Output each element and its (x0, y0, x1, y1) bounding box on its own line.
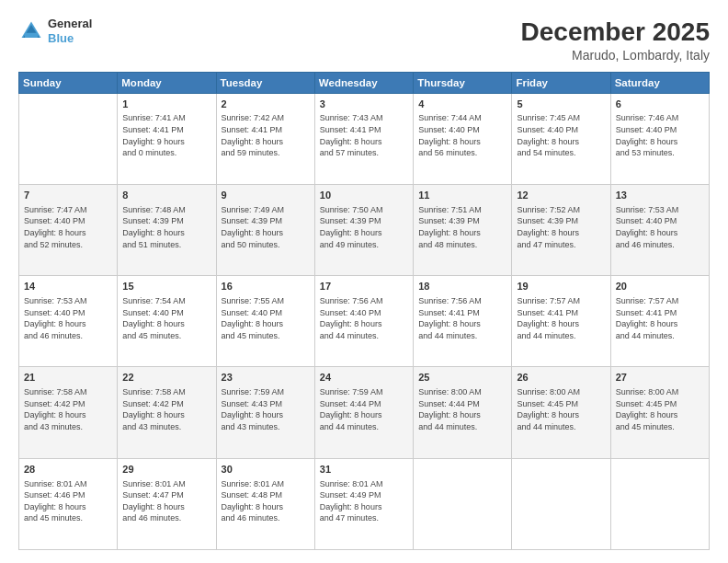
day-number: 18 (418, 280, 506, 293)
day-cell: 5Sunrise: 7:45 AMSunset: 4:40 PMDaylight… (512, 93, 610, 184)
day-info: Sunrise: 8:00 AMSunset: 4:44 PMDaylight:… (418, 386, 506, 432)
day-cell (512, 458, 610, 549)
day-cell (610, 458, 709, 549)
day-cell: 30Sunrise: 8:01 AMSunset: 4:48 PMDayligh… (216, 458, 314, 549)
day-number: 3 (320, 98, 408, 111)
day-info: Sunrise: 7:57 AMSunset: 4:41 PMDaylight:… (616, 295, 704, 341)
day-number: 11 (418, 189, 506, 202)
week-row-4: 21Sunrise: 7:58 AMSunset: 4:42 PMDayligh… (19, 367, 710, 458)
day-number: 4 (418, 98, 506, 111)
day-number: 31 (320, 463, 408, 477)
day-info: Sunrise: 7:56 AMSunset: 4:40 PMDaylight:… (320, 295, 408, 341)
day-cell: 2Sunrise: 7:42 AMSunset: 4:41 PMDaylight… (216, 93, 314, 184)
day-info: Sunrise: 8:01 AMSunset: 4:49 PMDaylight:… (320, 478, 408, 524)
header: General Blue December 2025 Marudo, Lomba… (18, 17, 710, 63)
day-number: 19 (517, 280, 605, 293)
day-info: Sunrise: 7:53 AMSunset: 4:40 PMDaylight:… (616, 204, 704, 250)
day-number: 14 (24, 280, 112, 293)
day-info: Sunrise: 7:58 AMSunset: 4:42 PMDaylight:… (24, 386, 112, 432)
day-number: 13 (616, 189, 704, 202)
day-number: 1 (122, 98, 210, 111)
day-number: 27 (616, 371, 704, 385)
day-info: Sunrise: 7:51 AMSunset: 4:39 PMDaylight:… (418, 204, 506, 250)
day-number: 26 (517, 371, 605, 385)
logo-line1: General (48, 17, 92, 31)
day-number: 29 (122, 463, 210, 477)
day-info: Sunrise: 7:43 AMSunset: 4:41 PMDaylight:… (320, 112, 408, 158)
day-info: Sunrise: 7:47 AMSunset: 4:40 PMDaylight:… (24, 204, 112, 250)
logo-text: General Blue (48, 17, 92, 45)
day-number: 2 (222, 98, 310, 111)
day-info: Sunrise: 7:53 AMSunset: 4:40 PMDaylight:… (24, 295, 112, 341)
day-cell: 21Sunrise: 7:58 AMSunset: 4:42 PMDayligh… (19, 367, 118, 458)
day-cell: 15Sunrise: 7:54 AMSunset: 4:40 PMDayligh… (118, 276, 216, 367)
day-info: Sunrise: 7:59 AMSunset: 4:44 PMDaylight:… (320, 386, 408, 432)
logo: General Blue (18, 17, 92, 45)
main-title: December 2025 (521, 17, 710, 48)
column-header-monday: Monday (118, 72, 216, 93)
day-info: Sunrise: 7:50 AMSunset: 4:39 PMDaylight:… (320, 204, 408, 250)
title-block: December 2025 Marudo, Lombardy, Italy (521, 17, 710, 63)
day-number: 21 (24, 371, 112, 385)
day-cell: 31Sunrise: 8:01 AMSunset: 4:49 PMDayligh… (314, 458, 413, 549)
day-cell: 22Sunrise: 7:58 AMSunset: 4:42 PMDayligh… (118, 367, 216, 458)
column-header-saturday: Saturday (610, 72, 709, 93)
logo-line2: Blue (48, 31, 92, 46)
column-header-thursday: Thursday (414, 72, 512, 93)
day-cell: 10Sunrise: 7:50 AMSunset: 4:39 PMDayligh… (314, 184, 413, 275)
day-number: 5 (517, 98, 605, 111)
day-number: 8 (122, 189, 210, 202)
subtitle: Marudo, Lombardy, Italy (521, 48, 710, 63)
day-cell: 16Sunrise: 7:55 AMSunset: 4:40 PMDayligh… (216, 276, 314, 367)
day-cell: 1Sunrise: 7:41 AMSunset: 4:41 PMDaylight… (118, 93, 216, 184)
day-cell: 9Sunrise: 7:49 AMSunset: 4:39 PMDaylight… (216, 184, 314, 275)
calendar-body: 1Sunrise: 7:41 AMSunset: 4:41 PMDaylight… (19, 93, 710, 549)
day-cell: 29Sunrise: 8:01 AMSunset: 4:47 PMDayligh… (118, 458, 216, 549)
day-info: Sunrise: 7:52 AMSunset: 4:39 PMDaylight:… (517, 204, 605, 250)
day-cell: 14Sunrise: 7:53 AMSunset: 4:40 PMDayligh… (19, 276, 118, 367)
day-number: 6 (616, 98, 704, 111)
day-info: Sunrise: 8:00 AMSunset: 4:45 PMDaylight:… (517, 386, 605, 432)
day-cell (414, 458, 512, 549)
day-cell: 20Sunrise: 7:57 AMSunset: 4:41 PMDayligh… (610, 276, 709, 367)
day-number: 17 (320, 280, 408, 293)
day-cell: 4Sunrise: 7:44 AMSunset: 4:40 PMDaylight… (414, 93, 512, 184)
week-row-3: 14Sunrise: 7:53 AMSunset: 4:40 PMDayligh… (19, 276, 710, 367)
day-cell: 8Sunrise: 7:48 AMSunset: 4:39 PMDaylight… (118, 184, 216, 275)
day-number: 28 (24, 463, 112, 477)
day-info: Sunrise: 7:54 AMSunset: 4:40 PMDaylight:… (122, 295, 210, 341)
column-header-friday: Friday (512, 72, 610, 93)
day-info: Sunrise: 7:59 AMSunset: 4:43 PMDaylight:… (222, 386, 310, 432)
day-info: Sunrise: 7:42 AMSunset: 4:41 PMDaylight:… (222, 112, 310, 158)
day-cell: 17Sunrise: 7:56 AMSunset: 4:40 PMDayligh… (314, 276, 413, 367)
day-cell: 28Sunrise: 8:01 AMSunset: 4:46 PMDayligh… (19, 458, 118, 549)
day-cell: 12Sunrise: 7:52 AMSunset: 4:39 PMDayligh… (512, 184, 610, 275)
day-info: Sunrise: 7:56 AMSunset: 4:41 PMDaylight:… (418, 295, 506, 341)
day-number: 22 (122, 371, 210, 385)
week-row-2: 7Sunrise: 7:47 AMSunset: 4:40 PMDaylight… (19, 184, 710, 275)
day-cell: 11Sunrise: 7:51 AMSunset: 4:39 PMDayligh… (414, 184, 512, 275)
day-cell: 13Sunrise: 7:53 AMSunset: 4:40 PMDayligh… (610, 184, 709, 275)
day-cell: 25Sunrise: 8:00 AMSunset: 4:44 PMDayligh… (414, 367, 512, 458)
day-cell: 26Sunrise: 8:00 AMSunset: 4:45 PMDayligh… (512, 367, 610, 458)
day-cell: 3Sunrise: 7:43 AMSunset: 4:41 PMDaylight… (314, 93, 413, 184)
day-info: Sunrise: 8:01 AMSunset: 4:47 PMDaylight:… (122, 478, 210, 524)
day-number: 30 (222, 463, 310, 477)
day-info: Sunrise: 7:46 AMSunset: 4:40 PMDaylight:… (616, 112, 704, 158)
day-info: Sunrise: 7:57 AMSunset: 4:41 PMDaylight:… (517, 295, 605, 341)
day-number: 16 (222, 280, 310, 293)
column-header-sunday: Sunday (19, 72, 118, 93)
week-row-1: 1Sunrise: 7:41 AMSunset: 4:41 PMDaylight… (19, 93, 710, 184)
day-cell: 18Sunrise: 7:56 AMSunset: 4:41 PMDayligh… (414, 276, 512, 367)
day-info: Sunrise: 7:45 AMSunset: 4:40 PMDaylight:… (517, 112, 605, 158)
day-number: 9 (222, 189, 310, 202)
day-info: Sunrise: 7:48 AMSunset: 4:39 PMDaylight:… (122, 204, 210, 250)
day-cell: 7Sunrise: 7:47 AMSunset: 4:40 PMDaylight… (19, 184, 118, 275)
column-header-wednesday: Wednesday (314, 72, 413, 93)
column-header-tuesday: Tuesday (216, 72, 314, 93)
day-info: Sunrise: 8:01 AMSunset: 4:46 PMDaylight:… (24, 478, 112, 524)
logo-icon (18, 18, 44, 44)
day-cell: 6Sunrise: 7:46 AMSunset: 4:40 PMDaylight… (610, 93, 709, 184)
day-number: 7 (24, 189, 112, 202)
day-info: Sunrise: 7:41 AMSunset: 4:41 PMDaylight:… (122, 112, 210, 158)
